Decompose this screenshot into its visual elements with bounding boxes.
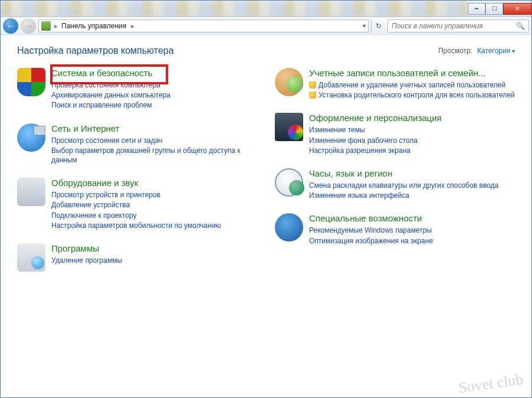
- category-body: Сеть и ИнтернетПросмотр состояния сети и…: [51, 123, 257, 165]
- titlebar: ━ ☐ ✕: [1, 1, 531, 17]
- search-box[interactable]: 🔍: [387, 19, 529, 32]
- breadcrumb-arrow-icon: ▸: [131, 22, 134, 30]
- category-sublink[interactable]: Архивирование данных компьютера: [51, 90, 257, 100]
- sublink-text: Архивирование данных компьютера: [51, 90, 170, 100]
- category-sublink[interactable]: Добавление и удаление учетных записей по…: [309, 80, 515, 90]
- category-links: Рекомендуемые Windows параметрыОптимизац…: [309, 226, 515, 245]
- maximize-button[interactable]: ☐: [485, 3, 503, 15]
- sublink-text: Выбор параметров домашней группы и общег…: [51, 146, 257, 165]
- category-item: Специальные возможностиРекомендуемые Win…: [275, 213, 515, 245]
- category-sublink[interactable]: Настройка разрешения экрана: [309, 146, 515, 155]
- category-links: Смена раскладки клавиатуры или других сп…: [309, 181, 515, 200]
- category-item: Часы, язык и регионСмена раскладки клави…: [275, 168, 515, 200]
- sublink-text: Проверка состояния компьютера: [51, 80, 160, 90]
- category-body: Специальные возможностиРекомендуемые Win…: [309, 213, 515, 245]
- category-title[interactable]: Оформление и персонализация: [309, 113, 515, 123]
- category-sublink[interactable]: Просмотр состояния сети и задач: [51, 136, 257, 145]
- sublink-text: Просмотр состояния сети и задач: [51, 136, 162, 145]
- category-body: Оформление и персонализацияИзменение тем…: [309, 113, 515, 155]
- sublink-text: Добавление и удаление учетных записей по…: [318, 80, 505, 90]
- view-by-label: Просмотр:: [438, 47, 472, 55]
- category-body: Система и безопасностьПроверка состояния…: [51, 68, 257, 110]
- address-dropdown-icon[interactable]: ▾: [363, 22, 366, 29]
- category-title[interactable]: Учетные записи пользователей и семейн...: [309, 68, 515, 79]
- category-sublink[interactable]: Смена раскладки клавиатуры или других сп…: [309, 181, 515, 190]
- category-body: ПрограммыУдаление программы: [51, 243, 257, 265]
- sublink-text: Добавление устройства: [51, 200, 130, 210]
- sublink-text: Настройка разрешения экрана: [309, 146, 411, 155]
- category-item: Оборудование и звукПросмотр устройств и …: [17, 178, 257, 230]
- sublink-text: Изменение фона рабочего стола: [309, 136, 418, 145]
- forward-button[interactable]: →: [21, 18, 36, 34]
- category-sublink[interactable]: Изменение фона рабочего стола: [309, 136, 515, 145]
- page-title: Настройка параметров компьютера: [17, 45, 174, 56]
- category-links: Удаление программы: [51, 256, 257, 265]
- category-title[interactable]: Программы: [51, 243, 257, 254]
- category-sublink[interactable]: Изменение языка интерфейса: [309, 191, 515, 200]
- category-title[interactable]: Оборудование и звук: [51, 178, 257, 188]
- left-column: Система и безопасностьПроверка состояния…: [17, 68, 257, 272]
- search-input[interactable]: [392, 22, 516, 30]
- sublink-text: Оптимизация изображения на экране: [309, 236, 433, 246]
- search-icon[interactable]: 🔍: [516, 22, 525, 30]
- shield-icon: [17, 68, 45, 96]
- close-button[interactable]: ✕: [503, 3, 531, 15]
- titlebar-blur: [1, 1, 467, 17]
- category-sublink[interactable]: Поиск и исправление проблем: [51, 100, 257, 110]
- view-by: Просмотр: Категория: [438, 47, 515, 55]
- sublink-text: Просмотр устройств и принтеров: [51, 190, 160, 200]
- breadcrumb-root[interactable]: Панель управления: [61, 22, 126, 30]
- refresh-button[interactable]: ↻: [371, 19, 385, 32]
- category-sublink[interactable]: Удаление программы: [51, 256, 257, 265]
- category-links: Просмотр состояния сети и задачВыбор пар…: [51, 136, 257, 165]
- hardware-icon: [17, 178, 45, 206]
- category-body: Учетные записи пользователей и семейн...…: [309, 68, 515, 100]
- back-button[interactable]: ←: [3, 18, 18, 34]
- category-links: Просмотр устройств и принтеровДобавление…: [51, 190, 257, 230]
- sublink-text: Установка родительского контроля для все…: [318, 90, 515, 100]
- address-bar[interactable]: ▸ Панель управления ▸ ▾: [38, 19, 369, 32]
- clock-icon: [275, 168, 303, 197]
- category-title[interactable]: Система и безопасность: [51, 68, 257, 79]
- category-title[interactable]: Часы, язык и регион: [309, 168, 515, 179]
- category-item: ПрограммыУдаление программы: [17, 243, 257, 272]
- sublink-text: Рекомендуемые Windows параметры: [309, 226, 432, 235]
- uac-shield-icon: [309, 81, 316, 89]
- category-sublink[interactable]: Рекомендуемые Windows параметры: [309, 226, 515, 235]
- category-body: Оборудование и звукПросмотр устройств и …: [51, 178, 257, 230]
- category-sublink[interactable]: Добавление устройства: [51, 200, 257, 210]
- sublink-text: Подключение к проектору: [51, 211, 137, 220]
- category-item: Учетные записи пользователей и семейн...…: [275, 68, 515, 100]
- sublink-text: Изменение языка интерфейса: [309, 191, 409, 200]
- minimize-button[interactable]: ━: [468, 3, 485, 15]
- category-title[interactable]: Сеть и Интернет: [51, 123, 257, 134]
- users-icon: [275, 68, 303, 96]
- sublink-text: Удаление программы: [51, 256, 122, 265]
- content-header: Настройка параметров компьютера Просмотр…: [17, 45, 515, 56]
- uac-shield-icon: [309, 92, 316, 99]
- category-columns: Система и безопасностьПроверка состояния…: [17, 68, 515, 272]
- right-column: Учетные записи пользователей и семейн...…: [275, 68, 515, 272]
- watermark: Sovet club: [457, 370, 524, 397]
- category-title[interactable]: Специальные возможности: [309, 213, 515, 224]
- category-sublink[interactable]: Просмотр устройств и принтеров: [51, 190, 257, 200]
- sublink-text: Поиск и исправление проблем: [51, 100, 152, 110]
- category-links: Изменение темыИзменение фона рабочего ст…: [309, 125, 515, 155]
- category-sublink[interactable]: Оптимизация изображения на экране: [309, 236, 515, 246]
- category-sublink[interactable]: Настройка параметров мобильности по умол…: [51, 221, 257, 230]
- content-area: Настройка параметров компьютера Просмотр…: [1, 35, 531, 397]
- ease-icon: [275, 213, 303, 242]
- category-sublink[interactable]: Проверка состояния компьютера: [51, 80, 257, 90]
- category-links: Проверка состояния компьютераАрхивирован…: [51, 80, 257, 110]
- view-by-dropdown[interactable]: Категория: [477, 47, 515, 55]
- category-sublink[interactable]: Подключение к проектору: [51, 211, 257, 220]
- window-controls: ━ ☐ ✕: [468, 3, 531, 15]
- programs-icon: [17, 243, 45, 272]
- category-sublink[interactable]: Установка родительского контроля для все…: [309, 90, 515, 100]
- sublink-text: Изменение темы: [309, 125, 365, 135]
- category-sublink[interactable]: Изменение темы: [309, 125, 515, 135]
- explorer-window: ━ ☐ ✕ ← → ▸ Панель управления ▸ ▾ ↻ 🔍 На…: [0, 0, 532, 398]
- category-sublink[interactable]: Выбор параметров домашней группы и общег…: [51, 146, 257, 165]
- category-item: Оформление и персонализацияИзменение тем…: [275, 113, 515, 155]
- navigation-bar: ← → ▸ Панель управления ▸ ▾ ↻ 🔍: [1, 17, 531, 35]
